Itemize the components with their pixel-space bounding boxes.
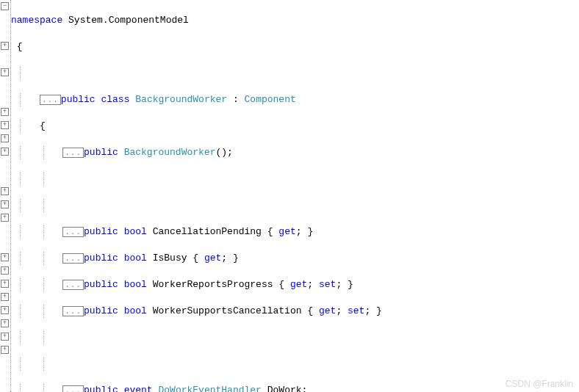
- code-line: namespace System.ComponentModel: [11, 14, 579, 27]
- code-line: ...public BackgroundWorker();: [11, 146, 579, 159]
- code-line: ...public bool IsBusy { get; }: [11, 252, 579, 265]
- fold-toggle-icon[interactable]: +: [1, 68, 9, 76]
- keyword: bool: [124, 226, 147, 237]
- fold-toggle-icon[interactable]: +: [1, 214, 9, 222]
- fold-ellipsis-icon[interactable]: ...: [62, 227, 84, 237]
- keyword: public: [61, 94, 96, 105]
- colon: :: [233, 94, 239, 105]
- fold-toggle-icon[interactable]: +: [1, 134, 9, 142]
- keyword: bool: [124, 253, 147, 264]
- fold-toggle-icon[interactable]: +: [1, 266, 9, 275]
- property-name: WorkerReportsProgress: [153, 279, 273, 290]
- fold-toggle-icon[interactable]: +: [1, 108, 9, 116]
- type-name: Component: [245, 94, 296, 105]
- code-line: ...public bool CancellationPending { get…: [11, 225, 579, 239]
- keyword: public: [84, 305, 118, 316]
- keyword: event: [124, 385, 153, 392]
- code-line: [11, 67, 579, 80]
- fold-toggle-icon[interactable]: +: [1, 293, 9, 301]
- brace: {: [40, 120, 46, 131]
- outline-gutter: − + + + + + + + + + + + + + + + + +: [0, 0, 11, 392]
- fold-toggle-icon[interactable]: +: [1, 42, 9, 50]
- code-line: ...public bool WorkerSupportsCancellatio…: [11, 305, 579, 318]
- code-line: [11, 199, 579, 212]
- property-name: WorkerSupportsCancellation: [153, 305, 302, 316]
- fold-ellipsis-icon[interactable]: ...: [62, 253, 84, 264]
- fold-ellipsis-icon[interactable]: ...: [40, 95, 61, 105]
- code-editor[interactable]: − + + + + + + + + + + + + + + + + + name…: [0, 0, 579, 392]
- keyword: public: [84, 385, 118, 392]
- code-area[interactable]: namespace System.ComponentModel { ...pub…: [11, 0, 579, 392]
- fold-toggle-icon[interactable]: +: [1, 253, 9, 261]
- fold-ellipsis-icon[interactable]: ...: [62, 385, 84, 392]
- type-name: BackgroundWorker: [135, 94, 227, 105]
- fold-toggle-icon[interactable]: +: [1, 280, 9, 288]
- code-line: {: [11, 120, 579, 133]
- fold-toggle-icon[interactable]: +: [1, 121, 9, 129]
- ctor-name: BackgroundWorker: [124, 147, 216, 158]
- keyword: public: [84, 279, 118, 290]
- keyword: public: [84, 253, 118, 264]
- keyword: public: [84, 147, 118, 158]
- keyword: namespace: [11, 15, 62, 26]
- code-line: [11, 357, 579, 371]
- brace: {: [17, 41, 23, 52]
- code-line: ...public event DoWorkEventHandler DoWor…: [11, 384, 579, 392]
- fold-ellipsis-icon[interactable]: ...: [62, 148, 84, 158]
- code-line: [11, 331, 579, 344]
- keyword: class: [101, 94, 129, 105]
- fold-toggle-icon[interactable]: +: [1, 333, 9, 341]
- keyword: bool: [124, 305, 147, 316]
- code-line: ...public bool WorkerReportsProgress { g…: [11, 278, 579, 291]
- fold-ellipsis-icon[interactable]: ...: [62, 280, 84, 290]
- fold-toggle-icon[interactable]: +: [1, 346, 9, 354]
- fold-toggle-icon[interactable]: +: [1, 306, 9, 314]
- keyword: bool: [124, 279, 147, 290]
- property-name: CancellationPending: [153, 226, 262, 237]
- fold-toggle-icon[interactable]: −: [1, 2, 9, 10]
- fold-toggle-icon[interactable]: +: [1, 187, 9, 195]
- event-name: DoWork: [267, 385, 302, 392]
- property-name: IsBusy: [153, 253, 187, 264]
- namespace-name: System.ComponentModel: [68, 15, 189, 26]
- code-line: ...public class BackgroundWorker : Compo…: [11, 93, 579, 106]
- fold-toggle-icon[interactable]: +: [1, 319, 9, 327]
- fold-toggle-icon[interactable]: +: [1, 148, 9, 156]
- fold-toggle-icon[interactable]: +: [1, 200, 9, 208]
- code-line: [11, 173, 579, 186]
- fold-ellipsis-icon[interactable]: ...: [62, 306, 84, 316]
- code-line: {: [11, 40, 579, 54]
- type-name: DoWorkEventHandler: [158, 385, 261, 392]
- keyword: public: [84, 226, 118, 237]
